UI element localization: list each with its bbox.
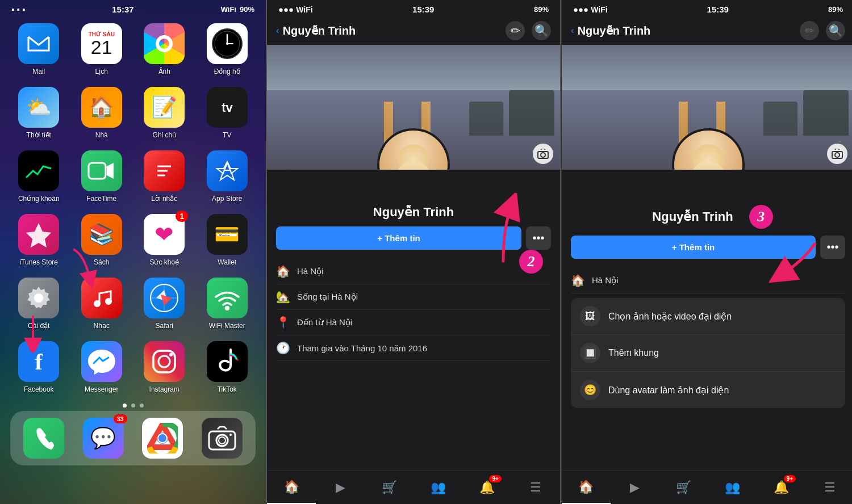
nav-menu-p3[interactable]: ☰ xyxy=(805,471,852,504)
svg-point-26 xyxy=(169,353,173,356)
frame-icon: 🔲 xyxy=(580,343,600,363)
avatar-icon: 😊 xyxy=(580,380,600,400)
dropdown-item-use-avatar[interactable]: 😊 Dùng avatar làm ảnh đại diện xyxy=(571,372,845,408)
messenger-label: Messenger xyxy=(85,385,118,393)
nav-home-p3[interactable]: 🏠 xyxy=(562,471,611,504)
notification-badge-p3: 9+ xyxy=(784,475,796,482)
app-appstore[interactable]: A App Store xyxy=(199,150,256,203)
svg-point-30 xyxy=(158,434,166,442)
app-stocks[interactable]: Chứng khoán xyxy=(10,150,68,203)
choose-photo-text: Chọn ảnh hoặc video đại diện xyxy=(608,311,732,322)
nav-store-p3[interactable]: 🛒 xyxy=(659,471,708,504)
dropdown-item-add-frame[interactable]: 🔲 Thêm khung xyxy=(571,335,845,372)
use-avatar-text: Dùng avatar làm ảnh đại diện xyxy=(608,385,729,396)
lich-label: Lịch xyxy=(95,68,108,75)
home-info-icon-p3: 🏠 xyxy=(571,274,585,287)
app-facebook[interactable]: f Facebook xyxy=(10,341,68,393)
clock-label: Đồng hồ xyxy=(214,68,240,75)
app-mail[interactable]: Mail xyxy=(10,23,68,75)
app-wallet[interactable]: 💳 Wallet xyxy=(199,214,256,266)
back-button-p3[interactable]: ‹ xyxy=(571,25,574,36)
nav-friends-p3[interactable]: 👥 xyxy=(708,471,757,504)
messages-icon: 💬 33 xyxy=(83,418,124,459)
dot-3 xyxy=(140,404,144,408)
add-frame-text: Thêm khung xyxy=(608,348,659,358)
nav-watch-p2[interactable]: ▶ xyxy=(316,471,365,504)
info-living-p2: 🏡 Sống tại Hà Nội xyxy=(276,284,551,310)
dock-messages[interactable]: 💬 33 xyxy=(77,418,131,459)
svg-point-33 xyxy=(219,437,225,444)
wifi-label: WiFi Master xyxy=(209,322,245,330)
info-joined-p2: 🕐 Tham gia vào Tháng 10 năm 2016 xyxy=(276,335,551,361)
app-tv[interactable]: tv TV xyxy=(199,87,256,139)
reminders-label: Lời nhắc xyxy=(151,195,177,203)
instagram-icon xyxy=(144,341,185,382)
dot-1 xyxy=(123,404,127,408)
info-living-text-p2: Sống tại Hà Nội xyxy=(297,292,358,302)
music-label: Nhạc xyxy=(94,322,110,330)
wifi-icon-p3: WiFi xyxy=(591,5,607,14)
app-wifi[interactable]: WiFi Master xyxy=(199,278,256,330)
svg-point-34 xyxy=(229,434,232,436)
app-tiktok[interactable]: TikTok xyxy=(199,341,256,393)
itunes-icon xyxy=(18,214,59,255)
app-grid: Mail THỨ SÁU 21 Lịch Ảnh xyxy=(0,16,266,400)
time-panel3: 15:39 xyxy=(707,5,729,14)
app-weather[interactable]: ⛅ Thời tiết xyxy=(10,87,68,139)
dock-phone[interactable] xyxy=(17,418,71,459)
anh-icon xyxy=(144,23,185,64)
svg-point-16 xyxy=(94,300,101,307)
cover-camera-btn-p3[interactable] xyxy=(827,144,847,164)
safari-label: Safari xyxy=(156,322,173,330)
nav-home-p2[interactable]: 🏠 xyxy=(267,471,316,504)
nav-store-p2[interactable]: 🛒 xyxy=(365,471,414,504)
app-lich[interactable]: THỨ SÁU 21 Lịch xyxy=(73,23,131,75)
facetime-icon xyxy=(81,150,122,191)
dock-chrome[interactable] xyxy=(136,418,190,459)
notification-badge-p2: 9+ xyxy=(489,475,501,482)
dropdown-item-choose-photo[interactable]: 🖼 Chọn ảnh hoặc video đại diện xyxy=(571,298,845,335)
joined-icon-p2: 🕐 xyxy=(276,341,290,355)
app-itunes[interactable]: iTunes Store xyxy=(10,214,68,266)
nav-menu-p2[interactable]: ☰ xyxy=(511,471,560,504)
profile-name-p3: Nguyễn Trinh xyxy=(643,209,742,224)
app-notes[interactable]: 📝 Ghi chú xyxy=(136,87,193,139)
cover-camera-btn-p2[interactable] xyxy=(533,144,553,164)
battery-panel3: 89% xyxy=(828,5,843,14)
more-btn-p2[interactable]: ••• xyxy=(526,226,551,250)
app-health[interactable]: ❤ 1 Sức khoẻ xyxy=(136,214,193,266)
app-home[interactable]: 🏠 Nhà xyxy=(73,87,131,139)
app-safari[interactable]: Safari xyxy=(136,278,193,330)
status-bar-panel3: ●●● WiFi 15:39 89% xyxy=(562,0,852,16)
nav-bell-p2[interactable]: 🔔 9+ xyxy=(462,471,511,504)
app-anh[interactable]: Ảnh xyxy=(136,23,193,75)
time-panel2: 15:39 xyxy=(412,5,434,14)
edit-button-p2[interactable]: ✏ xyxy=(506,21,525,40)
dock-camera[interactable] xyxy=(195,418,249,459)
nav-watch-p3[interactable]: ▶ xyxy=(611,471,659,504)
signal-icon: ▪ ▪ ▪ xyxy=(11,5,25,14)
camera-icon xyxy=(202,418,243,459)
nav-friends-p2[interactable]: 👥 xyxy=(414,471,462,504)
tv-label: TV xyxy=(223,131,231,139)
app-instagram[interactable]: Instagram xyxy=(136,341,193,393)
lich-icon: THỨ SÁU 21 xyxy=(81,23,122,64)
app-clock[interactable]: Đồng hồ xyxy=(199,23,256,75)
back-button-p2[interactable]: ‹ xyxy=(276,25,279,36)
svg-marker-14 xyxy=(26,223,51,247)
search-button-p3[interactable]: 🔍 xyxy=(826,21,845,40)
app-reminders[interactable]: Lời nhắc xyxy=(136,150,193,203)
app-messenger[interactable]: Messenger xyxy=(73,341,131,393)
weather-label: Thời tiết xyxy=(27,131,51,139)
wifi-icon-p2: WiFi xyxy=(296,5,312,14)
safari-icon xyxy=(144,278,185,318)
header-icons-p2: ✏ 🔍 xyxy=(506,21,551,40)
edit-button-p3[interactable]: ✏ xyxy=(800,21,819,40)
app-facetime[interactable]: FaceTime xyxy=(73,150,131,203)
search-button-p2[interactable]: 🔍 xyxy=(532,21,551,40)
svg-text:A: A xyxy=(222,160,232,178)
wallet-label: Wallet xyxy=(218,258,236,266)
nav-bell-p3[interactable]: 🔔 9+ xyxy=(757,471,805,504)
app-music[interactable]: Nhạc xyxy=(73,278,131,330)
itunes-label: iTunes Store xyxy=(19,258,58,266)
